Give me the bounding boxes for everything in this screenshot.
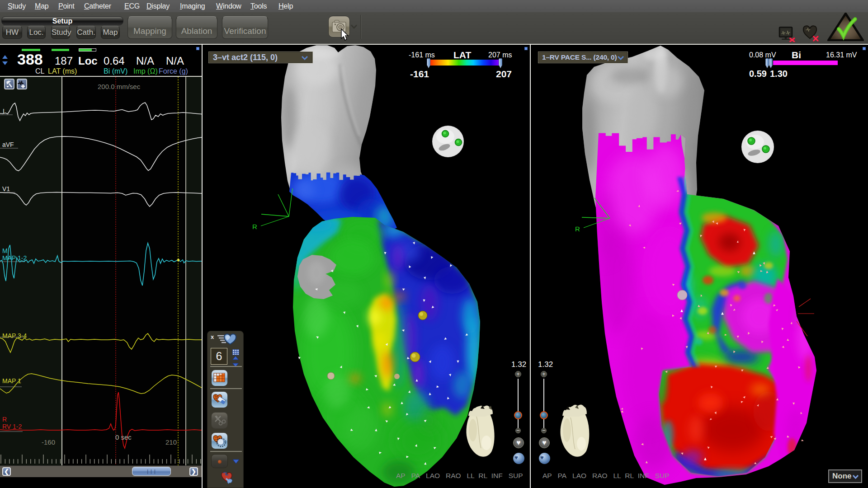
svg-text:R: R [252,223,257,230]
svg-text:R: R [575,225,580,233]
